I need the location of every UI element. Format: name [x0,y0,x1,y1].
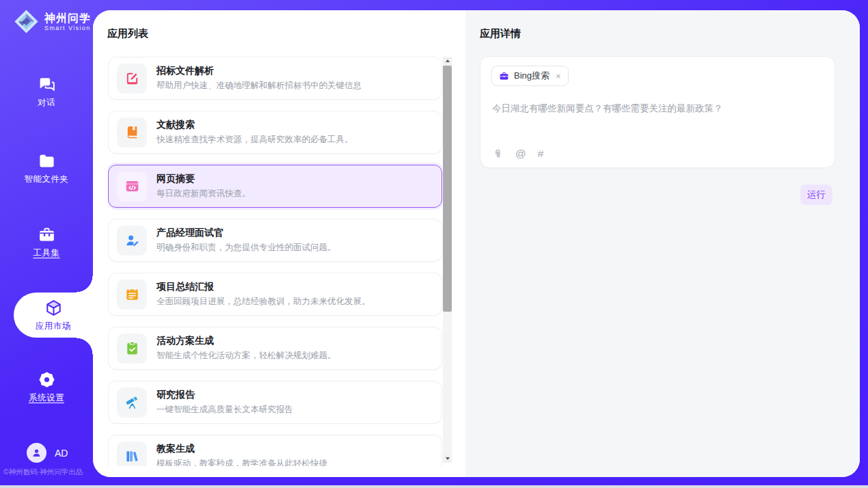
app-description: 全面回顾项目进展，总结经验教训，助力未来优化发展。 [157,296,370,308]
avatar [27,443,46,463]
app-icon-tile [117,118,147,148]
app-card[interactable]: 教案生成 模板驱动，教案秒成，教学准备从此轻松快捷 [108,435,442,466]
sidebar-item-label: 系统设置 [29,392,64,404]
app-title: 招标文件解析 [157,65,362,77]
sidebar-item-label: 对话 [38,97,55,109]
app-title: 研究报告 [157,389,293,401]
sidebar-item-icon [44,299,63,317]
app-card[interactable]: 网页摘要 每日政府新闻资讯快查。 [108,165,442,208]
app-card-texts: 文献搜索 快速精准查找学术资源，提高研究效率的必备工具。 [157,119,353,146]
app-card-list: 招标文件解析 帮助用户快速、准确地理解和解析招标书中的关键信息 文献搜索 快速精… [108,57,442,466]
sidebar-item-icon [38,75,56,94]
sidebar: 神州问学 Smart Vision 对话 智能文件夹 工具集 应用市场 系统设置… [0,0,93,485]
app-card-texts: 招标文件解析 帮助用户快速、准确地理解和解析招标书中的关键信息 [157,65,362,92]
prompt-input[interactable]: 今日湖北有哪些新闻要点？有哪些需要关注的最新政策？ [492,102,824,115]
sidebar-item[interactable]: 应用市场 [14,293,93,338]
user-name: AD [55,448,68,459]
app-detail-panel: 应用详情 Bing搜索 × 今日湖北有哪些新闻要点？有哪些需要关注的最新政策？ … [465,10,860,477]
app-title: 项目总结汇报 [157,281,370,293]
app-icon-tile [117,388,147,418]
prompt-card: Bing搜索 × 今日湖北有哪些新闻要点？有哪些需要关注的最新政策？ @ # [480,56,835,168]
app-icon-tile [117,334,147,364]
app-icon-tile [117,442,147,467]
app-description: 快速精准查找学术资源，提高研究效率的必备工具。 [157,134,353,146]
window-bottom-edge [0,485,868,488]
sidebar-item-label: 应用市场 [36,321,71,332]
sidebar-item[interactable]: 系统设置 [0,369,93,405]
app-icon [124,70,140,86]
app-title: 活动方案生成 [157,335,336,347]
scrollbar-thumb[interactable] [443,66,452,312]
person-icon [31,447,42,459]
scroll-up-button[interactable] [443,57,452,65]
app-card-texts: 产品经理面试官 明确身份和职责，为您提供专业性的面试问题。 [157,227,336,254]
app-description: 模板驱动，教案秒成，教学准备从此轻松快捷 [157,458,327,466]
app-description: 明确身份和职责，为您提供专业性的面试问题。 [157,242,336,254]
topic-hash-icon[interactable]: # [538,148,544,160]
app-card[interactable]: 招标文件解析 帮助用户快速、准确地理解和解析招标书中的关键信息 [108,57,442,100]
app-title: 产品经理面试官 [157,227,336,239]
app-card-texts: 项目总结汇报 全面回顾项目进展，总结经验教训，助力未来优化发展。 [157,281,370,308]
app-icon [124,232,140,248]
scroll-down-button[interactable] [443,455,452,463]
sidebar-item-icon [38,152,56,170]
tool-tag-bing-search[interactable]: Bing搜索 × [491,66,569,86]
app-description: 每日政府新闻资讯快查。 [157,188,251,200]
app-icon-tile [117,64,147,94]
run-button[interactable]: 运行 [800,185,832,205]
app-list-title: 应用列表 [107,27,148,40]
scroll-up-icon [446,59,450,62]
sidebar-item[interactable]: 工具集 [0,224,93,260]
tool-tag-label: Bing搜索 [514,70,550,82]
sidebar-item[interactable]: 对话 [0,74,93,109]
app-description: 帮助用户快速、准确地理解和解析招标书中的关键信息 [157,80,362,92]
app-card[interactable]: 研究报告 一键智能生成高质量长文本研究报告 [108,381,442,424]
sidebar-nav: 对话 智能文件夹 工具集 应用市场 系统设置 [0,0,93,485]
copyright-text: ©神州数码·神州问学出品 [3,467,92,477]
app-card[interactable]: 项目总结汇报 全面回顾项目进展，总结经验教训，助力未来优化发展。 [108,273,442,316]
app-title: 文献搜索 [157,119,353,131]
app-title: 教案生成 [157,443,327,455]
mention-icon[interactable]: @ [515,148,526,160]
app-icon [124,286,140,302]
app-icon-tile [117,226,147,256]
app-icon [124,448,140,464]
sidebar-item[interactable]: 智能文件夹 [0,150,93,186]
app-card-texts: 网页摘要 每日政府新闻资讯快查。 [157,173,251,200]
app-card-texts: 活动方案生成 智能生成个性化活动方案，轻松解决规划难题。 [157,335,336,362]
app-card[interactable]: 文献搜索 快速精准查找学术资源，提高研究效率的必备工具。 [108,111,442,154]
main-container: 应用列表 招标文件解析 帮助用户快速、准确地理解和解析招标书中的关键信息 文献搜… [93,10,860,477]
scroll-down-icon [446,457,450,460]
attach-paperclip-icon[interactable] [492,148,504,160]
prompt-toolbar: @ # [492,148,543,160]
app-icon [124,340,140,356]
app-card-texts: 研究报告 一键智能生成高质量长文本研究报告 [157,389,293,416]
tool-tag-close-icon[interactable]: × [554,72,561,81]
app-description: 智能生成个性化活动方案，轻松解决规划难题。 [157,350,336,362]
app-icon [124,178,140,194]
user-chip[interactable]: AD [27,443,68,463]
app-description: 一键智能生成高质量长文本研究报告 [157,404,293,416]
sidebar-item-label: 智能文件夹 [25,174,69,185]
sidebar-item-icon [38,370,56,389]
app-icon [124,124,140,140]
app-icon [124,394,140,410]
briefcase-icon [499,71,509,81]
app-card[interactable]: 活动方案生成 智能生成个性化活动方案，轻松解决规划难题。 [108,327,442,370]
app-icon-tile [117,172,147,202]
sidebar-item-icon [38,226,56,244]
app-detail-title: 应用详情 [480,27,521,40]
sidebar-item-label: 工具集 [33,247,60,259]
app-card[interactable]: 产品经理面试官 明确身份和职责，为您提供专业性的面试问题。 [108,219,442,262]
list-scrollbar[interactable] [443,57,452,463]
app-icon-tile [117,280,147,310]
paperclip-icon [492,148,504,160]
app-list-panel: 应用列表 招标文件解析 帮助用户快速、准确地理解和解析招标书中的关键信息 文献搜… [93,10,465,477]
app-card-texts: 教案生成 模板驱动，教案秒成，教学准备从此轻松快捷 [157,443,327,466]
app-title: 网页摘要 [157,173,251,185]
